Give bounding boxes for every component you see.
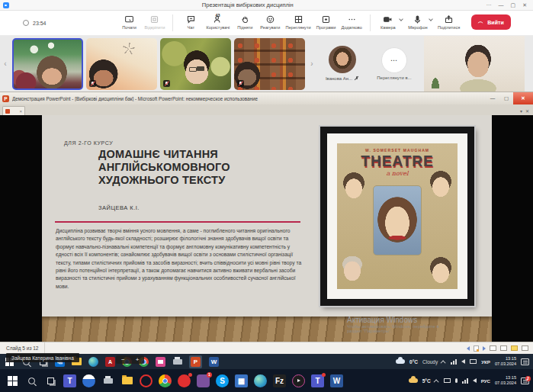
acrobat-icon[interactable]: A [105,357,115,367]
unpin-button[interactable]: Відкріпити [145,14,165,30]
poster-face-top-left [339,171,369,201]
zoom-out-button[interactable]: − [121,356,125,363]
screen: Презентація вибіркових дисциплін ⋯ — ▢ ✕… [0,0,533,392]
previous-slide-button[interactable] [467,346,470,351]
share-button[interactable]: Поділитися [438,14,460,30]
network-icon[interactable] [462,378,468,384]
next-slide-button[interactable] [483,346,486,351]
tray-expand-icon[interactable] [441,360,446,365]
tabbar-dropdown-icon[interactable]: ▾ [520,108,522,114]
weather-cloud-icon[interactable] [409,378,418,383]
start-share-button[interactable]: Почати [120,14,140,30]
presentation-tab[interactable]: × [2,106,25,115]
powerpoint-taskbar-icon[interactable]: P [191,357,201,367]
participant-avatar-tile[interactable]: Іванова Ан... [319,46,366,82]
printer-icon[interactable] [172,357,182,367]
network-icon[interactable] [451,359,457,365]
weather-cloud-icon[interactable] [396,359,405,364]
sorter-view-button[interactable] [500,345,507,351]
more-button[interactable]: Додатково [342,14,362,30]
weather-condition[interactable]: Cloudy [422,359,438,365]
reading-view-button[interactable] [522,345,528,351]
microphone-chevron-icon[interactable] [429,17,433,21]
view-button[interactable]: Переглянути [285,14,310,30]
raise-hand-button[interactable]: Підняти [235,14,255,30]
meeting-timer: 23:54 [33,21,47,26]
view-more-tile[interactable]: ⋯ Переглянути в... [369,47,419,80]
microphone-button[interactable]: Мікрофон [408,14,428,30]
presenter-video[interactable] [424,36,525,92]
microphone-tray-icon[interactable] [455,378,458,383]
video-thumbnail-2[interactable] [86,38,157,90]
normal-view-button[interactable] [490,345,496,351]
filmstrip-prev-button[interactable]: ‹ [0,59,11,68]
weather-temp[interactable]: 5°C [422,378,431,384]
tabbar-close-icon[interactable]: ✕ [525,108,529,114]
windows-logo-icon [8,376,18,386]
file-explorer-icon[interactable] [120,374,133,387]
language-indicator[interactable]: УКР [481,359,490,365]
start-button[interactable] [6,374,19,387]
ppt-close-button[interactable]: ✕ [513,92,533,104]
local-taskbar: T 1 S ▦ Fz T W 5°C РУС 13:15 [0,369,533,392]
zoom-in-button[interactable]: + [136,356,140,363]
clock[interactable]: 13:15 07.03.2024 [495,375,516,386]
ppt-minimize-button[interactable]: — [486,92,499,104]
camera-chevron-icon[interactable] [399,17,403,21]
calculator-icon[interactable]: ▦ [235,374,248,387]
clock[interactable]: 13:15 07.03.2024 [495,356,516,367]
media-player-icon[interactable] [292,374,305,387]
teams-icon[interactable]: T [63,374,76,387]
weather-temp[interactable]: 0°C [409,359,418,365]
pen-tool-button[interactable] [474,345,479,352]
skype-icon[interactable]: S [216,374,229,387]
window-minimize-button[interactable]: — [499,0,504,11]
slide-counter: Слайд 5 из 12 [0,342,45,354]
chat-button[interactable]: Чат [181,14,201,30]
red-app-icon[interactable] [178,374,191,387]
edge-icon[interactable] [254,374,267,387]
notification-center-icon[interactable] [521,358,529,365]
search-icon[interactable] [25,374,38,387]
display-icon[interactable] [444,378,451,383]
filezilla-icon[interactable]: Fz [273,374,286,387]
ppt-maximize-button[interactable]: ▢ [499,92,513,104]
leave-button[interactable]: Вийти [471,14,510,30]
speaker-icon[interactable] [473,378,477,383]
filmstrip-next-button[interactable]: › [307,59,317,68]
word-icon[interactable]: W [209,357,219,367]
printer-icon[interactable] [101,374,114,387]
opera-icon[interactable] [140,374,153,387]
apps-plus-icon [321,14,331,24]
tray-expand-icon[interactable] [433,379,438,384]
active-app-highlight: P [189,355,202,368]
notification-center-icon[interactable]: 2 [521,378,529,384]
participants-button[interactable]: 43 Користувачі [206,14,230,30]
battery-icon[interactable] [470,359,477,364]
muted-mic-icon [354,76,359,82]
language-indicator[interactable]: РУС [481,378,490,384]
notification-dot [322,373,326,377]
apps-button[interactable]: Програми [316,14,336,30]
mail-icon[interactable] [156,357,165,367]
react-button[interactable]: Реагувати [260,14,280,30]
presenter-silhouette [451,43,505,92]
speaker-icon[interactable] [461,359,465,364]
more-participants-icon[interactable]: ⋯ [381,47,407,73]
slideshow-view-button[interactable] [511,345,518,351]
video-thumbnail-1[interactable] [12,38,83,90]
viber-icon[interactable]: 1 [197,374,210,387]
window-close-button[interactable]: ✕ [522,0,527,11]
video-thumbnail-4[interactable] [234,38,305,90]
tab-close-icon[interactable]: × [19,109,22,114]
edge-icon[interactable] [88,357,98,367]
camera-button[interactable]: Камера [378,14,398,30]
video-thumbnail-3[interactable] [160,38,231,90]
teams-notification-icon[interactable]: T [311,374,324,387]
task-view-icon[interactable] [44,374,57,387]
window-maximize-button[interactable]: ▢ [511,0,516,11]
chrome-icon[interactable] [159,374,172,387]
window-more-button[interactable]: ⋯ [486,0,492,11]
blue-app-icon[interactable] [82,374,95,387]
word-icon[interactable]: W [330,374,343,387]
